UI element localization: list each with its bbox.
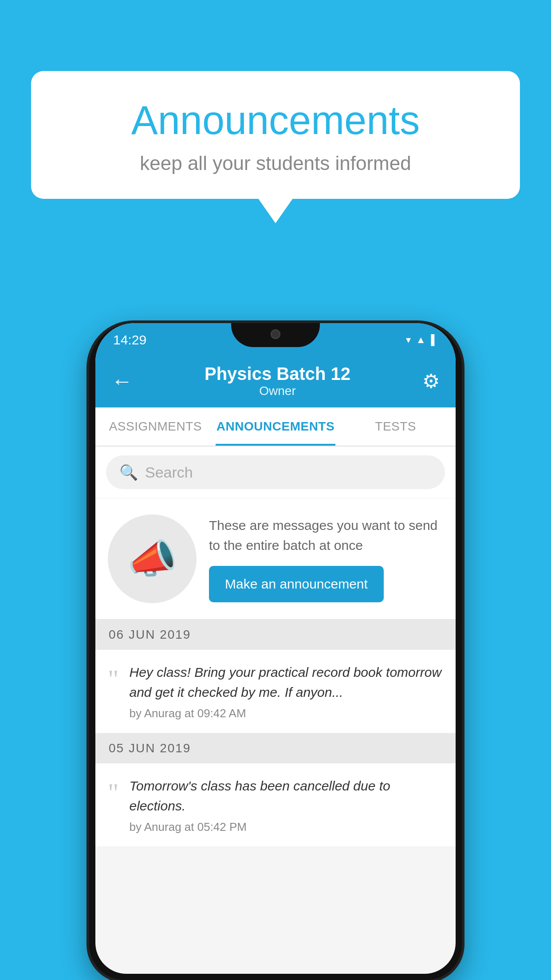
- announcement-item-2[interactable]: " Tomorrow's class has been cancelled du…: [95, 763, 456, 847]
- promo-content: These are messages you want to send to t…: [209, 515, 443, 602]
- announcement-meta-2: by Anurag at 05:42 PM: [130, 820, 444, 834]
- search-container: 🔍 Search: [95, 447, 456, 498]
- camera-notch: [271, 329, 280, 339]
- announcement-item-1[interactable]: " Hey class! Bring your practical record…: [95, 650, 456, 733]
- search-placeholder: Search: [145, 464, 193, 481]
- search-icon: 🔍: [119, 463, 138, 481]
- signal-icon: ▲: [416, 334, 426, 346]
- promo-section: 📣 These are messages you want to send to…: [95, 498, 456, 620]
- tab-assignments[interactable]: ASSIGNMENTS: [95, 407, 216, 446]
- batch-name: Physics Batch 12: [205, 364, 350, 384]
- make-announcement-button[interactable]: Make an announcement: [209, 566, 384, 602]
- settings-icon[interactable]: ⚙: [422, 370, 440, 392]
- battery-icon: ▌: [431, 334, 438, 346]
- announcement-text-2: Tomorrow's class has been cancelled due …: [130, 776, 444, 816]
- speech-bubble: Announcements keep all your students inf…: [31, 71, 520, 199]
- promo-icon-circle: 📣: [108, 514, 197, 603]
- tab-bar: ASSIGNMENTS ANNOUNCEMENTS TESTS: [95, 407, 456, 447]
- back-button[interactable]: ←: [111, 369, 133, 393]
- status-icons: ▾ ▲ ▌: [406, 332, 438, 346]
- bubble-title: Announcements: [53, 98, 498, 143]
- promo-description: These are messages you want to send to t…: [209, 515, 443, 555]
- tab-announcements[interactable]: ANNOUNCEMENTS: [216, 407, 336, 446]
- batch-role: Owner: [205, 384, 350, 398]
- phone-frame: 14:29 ▾ ▲ ▌ ← Physics Batch 12 Owner ⚙ A…: [89, 323, 462, 980]
- status-time: 14:29: [113, 330, 146, 348]
- date-separator-2: 05 JUN 2019: [95, 733, 456, 763]
- app-bar-title: Physics Batch 12 Owner: [205, 364, 350, 398]
- date-separator-1: 06 JUN 2019: [95, 620, 456, 650]
- announcement-content-1: Hey class! Bring your practical record b…: [130, 662, 444, 720]
- megaphone-icon: 📣: [127, 536, 177, 582]
- tab-tests[interactable]: TESTS: [335, 407, 456, 446]
- quote-icon-2: ": [108, 779, 119, 806]
- notch: [231, 323, 320, 347]
- announcement-content-2: Tomorrow's class has been cancelled due …: [130, 776, 444, 834]
- announcement-text-1: Hey class! Bring your practical record b…: [130, 662, 444, 702]
- app-bar: ← Physics Batch 12 Owner ⚙: [95, 354, 456, 407]
- quote-icon-1: ": [108, 666, 119, 692]
- bubble-subtitle: keep all your students informed: [53, 152, 498, 174]
- phone-screen: 14:29 ▾ ▲ ▌ ← Physics Batch 12 Owner ⚙ A…: [95, 323, 456, 974]
- announcements-list: 06 JUN 2019 " Hey class! Bring your prac…: [95, 620, 456, 847]
- search-box[interactable]: 🔍 Search: [106, 455, 445, 489]
- announcement-meta-1: by Anurag at 09:42 AM: [130, 707, 444, 720]
- wifi-icon: ▾: [406, 334, 411, 346]
